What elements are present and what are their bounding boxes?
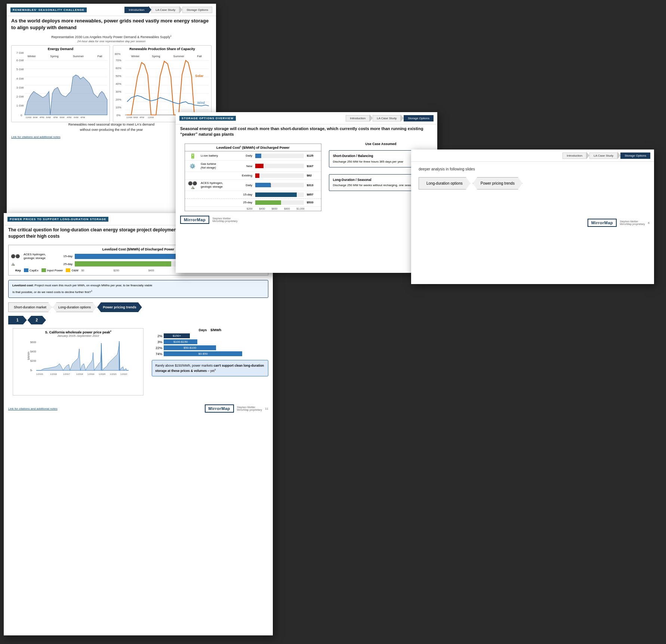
- s3-25day: 25-day: [59, 262, 73, 266]
- svg-text:80%: 80%: [115, 53, 121, 56]
- svg-marker-63: [36, 343, 129, 370]
- price-bar-50-100: $50-$100: [164, 345, 216, 350]
- svg-text:Summer: Summer: [73, 55, 84, 58]
- svg-text:70%: 70%: [115, 59, 121, 62]
- s4-nav-long[interactable]: Long-duration options: [419, 177, 471, 189]
- ca-chart-title: S. California wholesale power price peak…: [15, 330, 142, 334]
- ct2-row-liion: 🔋 Li-ion battery Daily $125: [185, 151, 321, 161]
- nav-power-pricing[interactable]: Power pricing trends: [97, 302, 142, 312]
- s2-crumb-intro[interactable]: Introduction: [346, 115, 370, 121]
- s2-arrow2: [401, 114, 404, 122]
- svg-text:$400: $400: [30, 350, 36, 353]
- svg-text:0: 0: [21, 114, 22, 117]
- svg-text:Fall: Fall: [98, 55, 102, 58]
- liion-duration: Daily: [237, 154, 252, 157]
- svg-text:1/2021: 1/2021: [110, 373, 117, 375]
- svg-text:50%: 50%: [115, 74, 121, 78]
- nav-long-duration[interactable]: Long-duration options: [53, 302, 96, 312]
- slide1-subtitle: Representative 2030 Los Angeles Hourly P…: [7, 34, 216, 40]
- slide3-bottom-section: S. California wholesale power price peak…: [4, 328, 273, 395]
- aces-label: ACES hydrogen,geologic storage: [201, 181, 234, 189]
- breadcrumb-intro[interactable]: Introduction: [124, 7, 148, 13]
- s4-crumb-storage[interactable]: Storage Options: [620, 152, 650, 159]
- s2-crumb-la[interactable]: LA Case Study: [373, 115, 401, 121]
- svg-text:8AM: 8AM: [33, 117, 37, 119]
- ct2-row-aces-15: 15-day $857: [185, 191, 321, 199]
- svg-text:12AM: 12AM: [148, 117, 154, 119]
- s4-crumb-la[interactable]: LA Case Study: [589, 152, 617, 159]
- svg-text:1/2022: 1/2022: [120, 373, 127, 375]
- ct2-row-gas-new: ⚙️ Gas turbine(Not storage) New $167: [185, 161, 321, 172]
- breadcrumb-storage[interactable]: Storage Options: [182, 7, 212, 13]
- slide1-link[interactable]: Link for citations and additional notes: [11, 135, 61, 139]
- svg-text:Winter: Winter: [28, 55, 36, 58]
- svg-text:4PM: 4PM: [40, 117, 44, 119]
- breadcrumb-arrow2: [179, 6, 182, 13]
- svg-text:10%: 10%: [115, 106, 121, 109]
- renewable-svg: 0% 10% 20% 30% 40% 50% 60% 70% 80% Winte…: [115, 52, 210, 119]
- slide4-spacer: [411, 193, 654, 216]
- aces-daily-bar: [255, 183, 304, 187]
- svg-text:4PM: 4PM: [80, 117, 85, 119]
- breadcrumb-la[interactable]: LA Case Study: [151, 7, 179, 13]
- svg-text:4 GW: 4 GW: [16, 77, 24, 80]
- slide4-page: 6: [648, 221, 650, 225]
- slide3-nav-arrows[interactable]: Short-duration market Long-duration opti…: [8, 302, 268, 312]
- aces-daily-duration: Daily: [237, 184, 252, 187]
- aces-icon-mountain: ⛰️: [191, 185, 195, 189]
- slide-storage-options: STORAGE OPTIONS OVERVIEW Introduction LA…: [176, 112, 437, 273]
- s2-crumb-storage[interactable]: Storage Options: [404, 115, 434, 121]
- svg-text:4PM: 4PM: [67, 117, 71, 119]
- slide3-logo: MirrorMap: [205, 404, 234, 413]
- aces-daily-value: $313: [307, 184, 319, 187]
- svg-text:40%: 40%: [115, 82, 121, 86]
- svg-text:Summer: Summer: [173, 55, 185, 58]
- breadcrumb-arrow1: [148, 6, 151, 13]
- step-2: 2: [28, 316, 46, 324]
- price-row-0-50: 74% $0-$50: [152, 351, 268, 356]
- aces-25-duration: 25-day: [237, 201, 252, 204]
- svg-text:Winter: Winter: [131, 55, 140, 58]
- slide2-cost-table-wrap: Levelized Cost1 ($/MWh) of Discharged Po…: [180, 141, 326, 214]
- slide4-logo: MirrorMap: [588, 219, 617, 227]
- slide4-nav[interactable]: Long-duration options Power pricing tren…: [411, 173, 654, 193]
- highlight-levelized: Levelized cost: Project must earn this m…: [8, 280, 268, 298]
- charts-row: Energy Demand 0 1 GW 2 GW 3 GW 4 GW 5 GW…: [7, 45, 216, 122]
- svg-text:1/2019: 1/2019: [87, 373, 95, 375]
- gas-exist-bar: [255, 173, 304, 178]
- slide2-breadcrumb[interactable]: Introduction LA Case Study Storage Optio…: [346, 114, 434, 122]
- nav-short-duration[interactable]: Short-duration market: [8, 302, 52, 312]
- svg-text:$200: $200: [30, 360, 36, 362]
- svg-text:$600: $600: [30, 341, 36, 343]
- svg-text:8AM: 8AM: [133, 117, 138, 119]
- ct2-row-aces-25: 25-day $533: [185, 199, 321, 207]
- slide1-breadcrumb[interactable]: Introduction LA Case Study Storage Optio…: [124, 6, 212, 13]
- svg-text:7 GW: 7 GW: [16, 52, 24, 55]
- input-swatch: [41, 268, 46, 272]
- liion-value: $125: [307, 154, 319, 157]
- slide3-steps: 1 2: [4, 314, 273, 326]
- s4-crumb-intro[interactable]: Introduction: [562, 152, 586, 159]
- svg-text:60%: 60%: [115, 67, 121, 70]
- slide2-table-title: Levelized Cost1 ($/MWh) of Discharged Po…: [185, 144, 321, 151]
- svg-text:Spring: Spring: [152, 55, 160, 58]
- aces-25-bar-fill: [255, 200, 281, 205]
- key-input: Input Power: [41, 268, 63, 272]
- slide4-footer: MirrorMap Stephen Mettler MirrorMap prop…: [411, 217, 654, 228]
- gas-exist-value: $82: [307, 174, 319, 177]
- om-swatch: [66, 268, 70, 272]
- gas-new-bar: [255, 164, 304, 168]
- ct2-row-gas-existing: Existing $82: [185, 172, 321, 180]
- step-1: 1: [8, 316, 27, 324]
- slide3-link[interactable]: Link for citations and additional notes: [8, 407, 58, 410]
- svg-text:2 GW: 2 GW: [16, 95, 24, 99]
- slide4-breadcrumb[interactable]: Introduction LA Case Study Storage Optio…: [562, 152, 650, 159]
- aces-15-value: $857: [307, 193, 319, 196]
- s3-aces-icons: ⚫⚫: [11, 254, 21, 258]
- s4-nav-pricing[interactable]: Power pricing trends: [473, 177, 522, 189]
- gas-new-bar-fill: [255, 164, 263, 168]
- aces-daily-divider: [271, 184, 271, 187]
- slide2-content: Levelized Cost1 ($/MWh) of Discharged Po…: [176, 141, 437, 214]
- slide4-logo-area: MirrorMap Stephen Mettler MirrorMap prop…: [588, 219, 650, 227]
- slide2-footer: MirrorMap Stephen Mettler MirrorMap prop…: [176, 214, 437, 225]
